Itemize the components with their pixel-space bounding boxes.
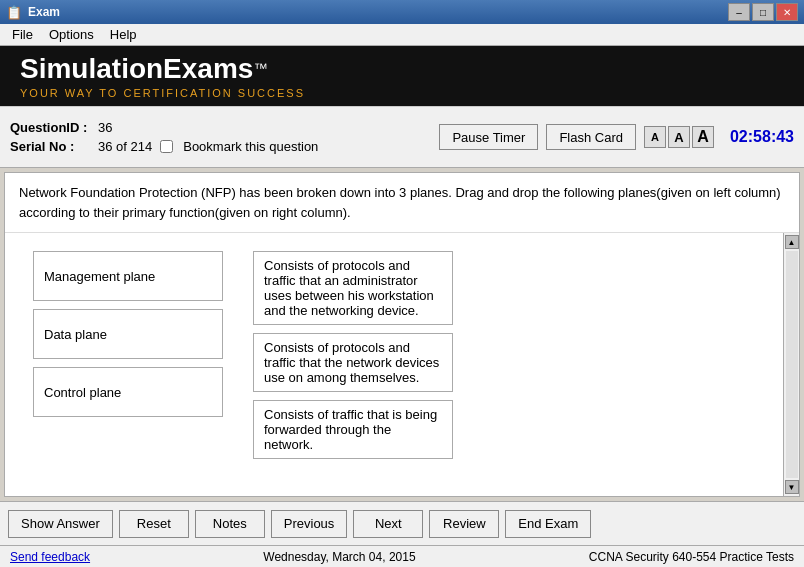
drag-drop-area: Management plane Data plane Control plan… bbox=[19, 241, 771, 469]
menu-options[interactable]: Options bbox=[41, 26, 102, 43]
info-bar: QuestionID : 36 Serial No : 36 of 214 Bo… bbox=[0, 106, 804, 168]
question-text: Network Foundation Protection (NFP) has … bbox=[5, 173, 799, 233]
serial-value: 36 of 214 bbox=[98, 139, 152, 154]
font-size-controls: A A A bbox=[644, 126, 714, 148]
flash-card-button[interactable]: Flash Card bbox=[546, 124, 636, 150]
bookmark-label: Bookmark this question bbox=[183, 139, 318, 154]
font-large-button[interactable]: A bbox=[692, 126, 714, 148]
status-cert: CCNA Security 640-554 Practice Tests bbox=[589, 550, 794, 564]
next-button[interactable]: Next bbox=[353, 510, 423, 538]
drop-item-2[interactable]: Consists of protocols and traffic that t… bbox=[253, 333, 453, 392]
menu-file[interactable]: File bbox=[4, 26, 41, 43]
font-small-button[interactable]: A bbox=[644, 126, 666, 148]
scrollbar[interactable]: ▲ ▼ bbox=[783, 233, 799, 496]
close-button[interactable]: ✕ bbox=[776, 3, 798, 21]
logo-tm: ™ bbox=[253, 60, 267, 76]
maximize-button[interactable]: □ bbox=[752, 3, 774, 21]
timer-display: 02:58:43 bbox=[730, 128, 794, 146]
content-area: Network Foundation Protection (NFP) has … bbox=[4, 172, 800, 497]
bookmark-area: Bookmark this question bbox=[160, 139, 318, 154]
minimize-button[interactable]: – bbox=[728, 3, 750, 21]
font-medium-button[interactable]: A bbox=[668, 126, 690, 148]
show-answer-button[interactable]: Show Answer bbox=[8, 510, 113, 538]
bookmark-checkbox[interactable] bbox=[160, 140, 173, 153]
reset-button[interactable]: Reset bbox=[119, 510, 189, 538]
send-feedback-link[interactable]: Send feedback bbox=[10, 550, 90, 564]
question-id-value: 36 bbox=[98, 120, 112, 135]
notes-button[interactable]: Notes bbox=[195, 510, 265, 538]
drop-item-3[interactable]: Consists of traffic that is being forwar… bbox=[253, 400, 453, 459]
title-bar: 📋 Exam – □ ✕ bbox=[0, 0, 804, 24]
window-title: Exam bbox=[28, 5, 728, 19]
logo-tagline: YOUR WAY TO CERTIFICATION SUCCESS bbox=[20, 87, 305, 99]
drop-item-1[interactable]: Consists of protocols and traffic that a… bbox=[253, 251, 453, 325]
drag-item-data[interactable]: Data plane bbox=[33, 309, 223, 359]
previous-button[interactable]: Previous bbox=[271, 510, 348, 538]
pause-timer-button[interactable]: Pause Timer bbox=[439, 124, 538, 150]
serial-label: Serial No : bbox=[10, 139, 90, 154]
logo-banner: SimulationExams™ YOUR WAY TO CERTIFICATI… bbox=[0, 46, 804, 106]
menu-bar: File Options Help bbox=[0, 24, 804, 46]
status-bar: Send feedback Wednesday, March 04, 2015 … bbox=[0, 545, 804, 567]
app-icon: 📋 bbox=[6, 4, 22, 20]
review-button[interactable]: Review bbox=[429, 510, 499, 538]
drag-item-management[interactable]: Management plane bbox=[33, 251, 223, 301]
bottom-bar: Show Answer Reset Notes Previous Next Re… bbox=[0, 501, 804, 545]
left-column: Management plane Data plane Control plan… bbox=[33, 251, 233, 459]
menu-help[interactable]: Help bbox=[102, 26, 145, 43]
drag-item-control[interactable]: Control plane bbox=[33, 367, 223, 417]
status-date: Wednesday, March 04, 2015 bbox=[90, 550, 589, 564]
question-id-label: QuestionID : bbox=[10, 120, 90, 135]
logo-text: SimulationExams bbox=[20, 53, 253, 84]
info-left: QuestionID : 36 Serial No : 36 of 214 Bo… bbox=[10, 120, 423, 154]
info-right: Pause Timer Flash Card A A A 02:58:43 bbox=[439, 124, 794, 150]
right-column: Consists of protocols and traffic that a… bbox=[253, 251, 757, 459]
end-exam-button[interactable]: End Exam bbox=[505, 510, 591, 538]
window-controls: – □ ✕ bbox=[728, 3, 798, 21]
